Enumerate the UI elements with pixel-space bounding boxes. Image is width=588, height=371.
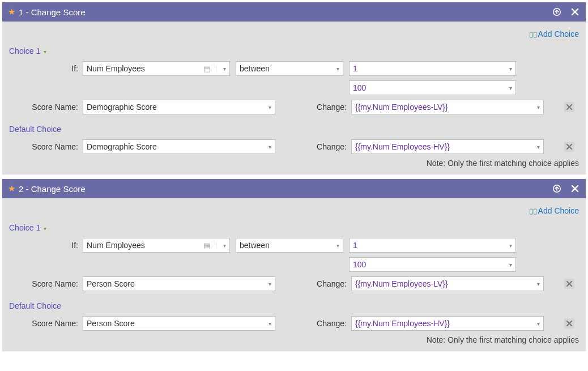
chevron-down-icon: ▾: [269, 104, 271, 110]
change-select[interactable]: {{my.Num Employees-LV}} ▾: [351, 276, 544, 291]
score-name-label: Score Name:: [9, 142, 83, 151]
attribute-value: Num Employees: [87, 241, 203, 250]
chevron-down-icon: ▾: [269, 144, 271, 150]
value-from-select[interactable]: 1 ▾: [349, 238, 516, 253]
delete-choice-button[interactable]: [564, 279, 574, 289]
chevron-down-icon: ▾: [509, 242, 512, 249]
add-choice-icon: ▯▯: [529, 207, 537, 215]
panel-header[interactable]: ★ 2 - Change Score: [2, 179, 586, 198]
chevron-down-icon: ▾: [269, 281, 271, 287]
value-to: 100: [353, 260, 506, 269]
change-select[interactable]: {{my.Num Employees-LV}} ▾: [351, 100, 544, 114]
score-name-label: Score Name:: [9, 319, 83, 328]
add-choice-label: Add Choice: [538, 29, 579, 39]
change-label: Change:: [315, 142, 351, 151]
chevron-down-icon: ▾: [223, 242, 226, 249]
chevron-down-icon: ▾: [336, 66, 339, 72]
chevron-down-icon: ▾: [537, 104, 540, 110]
delete-default-button[interactable]: [564, 318, 574, 329]
chevron-down-icon: ▾: [509, 262, 512, 268]
chevron-down-icon: ▾: [537, 144, 540, 150]
choice-heading[interactable]: Choice 1 ▾: [9, 46, 579, 56]
operator-value: between: [240, 64, 333, 73]
add-choice-icon: ▯▯: [529, 30, 537, 39]
chevron-down-icon: ▾: [269, 321, 271, 327]
change-value: {{my.Num Employees-LV}}: [355, 279, 534, 288]
panel-title: 1 - Change Score: [19, 7, 552, 17]
add-choice-button[interactable]: ▯▯Add Choice: [529, 29, 579, 39]
panel-actions: [552, 184, 580, 194]
change-value: {{my.Num Employees-LV}}: [355, 103, 534, 112]
score-name-label: Score Name:: [9, 103, 83, 112]
close-icon[interactable]: [570, 7, 580, 17]
notebook-icon: ▤: [203, 241, 210, 250]
change-label: Change:: [315, 319, 351, 328]
score-name-value: Person Score: [87, 279, 265, 288]
choice-heading-text: Choice 1: [9, 46, 40, 56]
score-name-select[interactable]: Demographic Score ▾: [83, 100, 275, 114]
delete-default-button[interactable]: [564, 142, 574, 152]
value-to: 100: [353, 83, 506, 92]
add-choice-label: Add Choice: [538, 206, 579, 215]
chevron-down-icon: ▾: [537, 281, 540, 287]
value-from-select[interactable]: 1 ▾: [349, 61, 516, 76]
default-score-name-value: Demographic Score: [87, 142, 265, 151]
change-label: Change:: [315, 103, 351, 112]
flow-step-panel: ★ 1 - Change Score ▯▯Add Choice Choice 1…: [2, 2, 586, 174]
default-change-select[interactable]: {{my.Num Employees-HV}} ▾: [351, 139, 544, 154]
attribute-select[interactable]: Num Employees ▤ ▾: [83, 238, 230, 253]
default-change-value: {{my.Num Employees-HV}}: [355, 142, 534, 151]
flow-step-panel: ★ 2 - Change Score ▯▯Add Choice Choice 1…: [2, 179, 586, 351]
attribute-select[interactable]: Num Employees ▤ ▾: [83, 61, 230, 76]
value-from: 1: [353, 64, 506, 73]
chevron-down-icon: ▾: [223, 66, 226, 72]
choice-heading[interactable]: Choice 1 ▾: [9, 223, 579, 232]
value-to-select[interactable]: 100 ▾: [349, 80, 516, 95]
operator-select[interactable]: between ▾: [236, 238, 343, 253]
chevron-down-icon: ▾: [509, 66, 512, 72]
panel-header[interactable]: ★ 1 - Change Score: [2, 2, 586, 22]
choice-heading-text: Choice 1: [9, 223, 40, 232]
if-label: If:: [9, 241, 83, 250]
notebook-icon: ▤: [203, 65, 210, 73]
star-icon: ★: [8, 184, 15, 194]
star-icon: ★: [8, 7, 15, 17]
panel-body: ▯▯Add Choice Choice 1 ▾ If: Num Employee…: [2, 198, 586, 351]
score-name-select[interactable]: Person Score ▾: [83, 276, 275, 291]
panel-title: 2 - Change Score: [19, 184, 552, 194]
note-text: Note: Only the first matching choice app…: [9, 159, 579, 168]
operator-select[interactable]: between ▾: [236, 61, 343, 76]
default-change-value: {{my.Num Employees-HV}}: [355, 319, 534, 328]
delete-choice-button[interactable]: [564, 102, 574, 112]
default-choice-heading: Default Choice: [9, 301, 579, 310]
default-score-name-value: Person Score: [87, 319, 265, 328]
attribute-value: Num Employees: [87, 64, 203, 73]
chevron-down-icon: ▾: [537, 321, 540, 327]
chevron-down-icon: ▾: [44, 225, 46, 232]
value-to-select[interactable]: 100 ▾: [349, 257, 516, 272]
move-up-icon[interactable]: [552, 7, 562, 17]
if-label: If:: [9, 64, 83, 73]
default-change-select[interactable]: {{my.Num Employees-HV}} ▾: [351, 316, 544, 331]
default-score-name-select[interactable]: Person Score ▾: [83, 316, 275, 331]
chevron-down-icon: ▾: [509, 85, 512, 91]
default-choice-heading: Default Choice: [9, 125, 579, 134]
move-up-icon[interactable]: [552, 184, 562, 194]
note-text: Note: Only the first matching choice app…: [9, 335, 579, 344]
operator-value: between: [240, 241, 333, 250]
default-score-name-select[interactable]: Demographic Score ▾: [83, 139, 275, 154]
score-name-label: Score Name:: [9, 279, 83, 288]
change-label: Change:: [315, 279, 351, 288]
close-icon[interactable]: [570, 184, 580, 194]
score-name-value: Demographic Score: [87, 103, 265, 112]
panel-actions: [552, 7, 580, 17]
panel-body: ▯▯Add Choice Choice 1 ▾ If: Num Employee…: [2, 22, 586, 174]
chevron-down-icon: ▾: [44, 49, 46, 55]
chevron-down-icon: ▾: [336, 242, 339, 249]
value-from: 1: [353, 241, 506, 250]
add-choice-button[interactable]: ▯▯Add Choice: [529, 206, 579, 215]
